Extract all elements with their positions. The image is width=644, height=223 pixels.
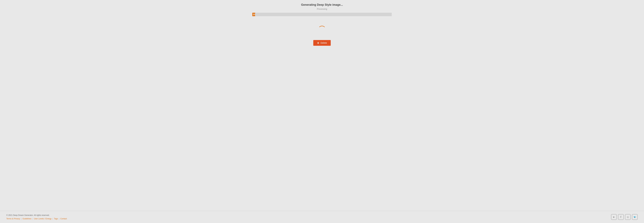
twitter-icon[interactable] [632,214,638,220]
page-title: Generating Deep Style image... [301,3,343,7]
progress-label: 2% [253,14,256,15]
footer-link-tags[interactable]: Tags [54,217,58,220]
footer-link-contact[interactable]: Contact [60,217,67,220]
status-text: Processing [317,8,327,10]
progress-bar-container: 2% [252,13,392,16]
delete-button-label: Delete [320,42,327,44]
footer-links: Terms & Privacy | Guidelines | User Leve… [6,217,67,220]
separator-4: | [59,217,60,220]
social-icons [611,214,638,220]
footer-left: © 2021 Deep Dream Generator. All rights … [6,214,67,220]
loading-spinner [318,26,326,34]
spinner-container [318,26,326,34]
instagram-icon[interactable] [625,214,631,220]
footer-link-terms[interactable]: Terms & Privacy [6,217,20,220]
copyright-text: © 2021 Deep Dream Generator. All rights … [6,214,67,216]
separator-2: | [32,217,33,220]
youtube-icon[interactable] [611,214,617,220]
footer-link-user-levels[interactable]: User Levels / Energy [34,217,52,220]
facebook-icon[interactable] [618,214,624,220]
footer-link-guidelines[interactable]: Guidelines [22,217,32,220]
delete-button[interactable]: 🗑 Delete [313,40,331,46]
progress-bar: 2% [252,13,255,16]
separator-3: | [52,217,53,220]
footer: © 2021 Deep Dream Generator. All rights … [0,211,644,223]
main-content: Generating Deep Style image... Processin… [0,0,644,211]
trash-icon: 🗑 [317,42,319,44]
separator-1: | [21,217,22,220]
